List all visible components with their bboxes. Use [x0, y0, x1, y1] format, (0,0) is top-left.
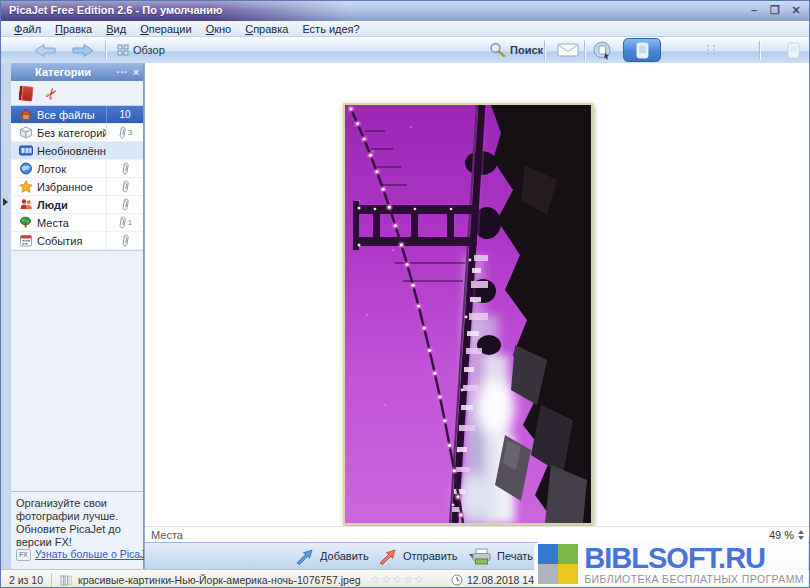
thumbnail-list-button[interactable]	[701, 39, 722, 61]
panel-more-button[interactable]: ···	[115, 66, 129, 78]
rating-stars[interactable]: ☆☆☆☆☆	[371, 573, 425, 586]
window-title: PicaJet Free Edition 2.6 - По умолчанию	[9, 4, 222, 16]
app-window: PicaJet Free Edition 2.6 - По умолчанию …	[0, 0, 810, 588]
menu-feedback[interactable]: Есть идея?	[295, 23, 366, 35]
fx-badge-icon: FX	[16, 549, 31, 561]
print-button[interactable]: Печать	[471, 546, 533, 566]
panel-icon	[787, 42, 800, 59]
category-label: Лоток	[37, 163, 106, 175]
email-button[interactable]	[553, 39, 583, 61]
sidebar-item-favorites[interactable]: Избранное	[11, 178, 143, 196]
cube-icon	[19, 126, 33, 139]
category-count: 10	[119, 109, 130, 120]
back-button[interactable]	[29, 39, 61, 61]
left-edge-strip	[1, 63, 11, 569]
photo-caption: Места	[151, 529, 183, 541]
zoom-spinner[interactable]	[798, 530, 804, 540]
menu-view[interactable]: Вид	[99, 23, 133, 35]
paperclip-icon	[117, 215, 128, 229]
category-label: Необновлённые ...	[37, 145, 106, 157]
forward-button[interactable]	[67, 39, 99, 61]
new-category-icon[interactable]	[18, 85, 33, 101]
back-arrow-icon	[33, 43, 57, 58]
slideshow-icon	[593, 41, 612, 60]
watermark-site: BIBLSOFT.RU	[584, 544, 804, 573]
browse-label: Обзор	[133, 44, 165, 56]
slideshow-button[interactable]	[589, 39, 616, 61]
title-bar: PicaJet Free Edition 2.6 - По умолчанию …	[1, 1, 809, 21]
printer-icon	[471, 548, 492, 565]
category-label: Без категорий	[37, 127, 106, 139]
clip-count: 1	[128, 218, 132, 227]
category-list: Все файлы 10 Без категорий 3	[11, 105, 143, 251]
viewer-canvas	[145, 63, 810, 526]
category-label: События	[37, 235, 106, 247]
menu-bar: Файл Правка Вид Операции Окно Справка Ес…	[1, 21, 809, 37]
search-icon	[489, 42, 506, 58]
sidebar-item-tray[interactable]: Лоток	[11, 160, 143, 178]
send-arrow-icon	[378, 548, 398, 565]
people-icon	[19, 198, 33, 211]
sidebar-item-events[interactable]: События	[11, 232, 143, 250]
maximize-button[interactable]: ❒	[768, 3, 782, 17]
menu-window[interactable]: Окно	[199, 23, 239, 35]
browse-button[interactable]: Обзор	[113, 39, 169, 61]
add-arrow-icon	[295, 548, 315, 565]
photo-bridge-night[interactable]	[343, 103, 593, 525]
categories-toolbar: ✂	[11, 81, 143, 105]
sidebar-item-not-updated[interactable]: Необновлённые ...	[11, 142, 143, 160]
sidebar-item-uncategorized[interactable]: Без категорий 3	[11, 124, 143, 142]
grid-icon	[117, 44, 129, 56]
menu-operations[interactable]: Операции	[133, 23, 198, 35]
globe-icon	[19, 162, 33, 175]
sidebar-item-all-files[interactable]: Все файлы 10	[11, 106, 143, 124]
caption-bar: Места 49 %	[145, 526, 810, 542]
paperclip-icon	[117, 125, 128, 139]
sidebar-item-people[interactable]: Люди	[11, 196, 143, 214]
menu-file[interactable]: Файл	[7, 23, 48, 35]
house-icon	[19, 108, 33, 121]
clip-count: 3	[128, 128, 132, 137]
add-button[interactable]: Добавить	[295, 546, 369, 566]
expand-arrow-icon[interactable]	[3, 198, 8, 206]
screen-icon	[636, 42, 649, 59]
star-icon	[19, 180, 33, 193]
close-button[interactable]: ✕	[789, 3, 803, 17]
send-label: Отправить	[403, 550, 458, 562]
paperclip-icon	[119, 179, 130, 193]
zoom-level: 49 %	[769, 529, 794, 541]
menu-edit[interactable]: Правка	[48, 23, 99, 35]
panel-toggle-button[interactable]	[783, 39, 804, 61]
paperclip-icon	[119, 161, 130, 175]
send-button[interactable]: Отправить	[378, 546, 477, 566]
categories-header: Категории ··· ×	[11, 63, 143, 81]
forward-arrow-icon	[71, 43, 95, 58]
scissors-icon[interactable]: ✂	[42, 84, 62, 103]
upgrade-promo: Организуйте свои фотографии лучше. Обнов…	[11, 491, 143, 569]
menu-help[interactable]: Справка	[238, 23, 295, 35]
position-indicator: 2 из 10	[9, 574, 43, 586]
search-button[interactable]: Поиск	[485, 39, 547, 61]
main-toolbar: Обзор Поиск	[1, 38, 809, 64]
paperclip-icon	[119, 233, 130, 247]
categories-panel: Категории ··· × ✂ Все файлы 10	[11, 63, 144, 569]
search-label: Поиск	[510, 44, 543, 56]
view-mode-button[interactable]	[623, 38, 661, 62]
sidebar-item-places[interactable]: Места 1	[11, 214, 143, 232]
viewer-area: Места 49 % Добавить Отправить	[144, 63, 810, 569]
thumbnails-icon	[19, 144, 33, 157]
add-label: Добавить	[320, 550, 369, 562]
panel-close-button[interactable]: ×	[129, 66, 143, 78]
category-label: Места	[37, 217, 106, 229]
paperclip-icon	[119, 197, 130, 211]
print-label: Печать	[497, 550, 533, 562]
category-label: Все файлы	[37, 109, 106, 121]
biblsoft-watermark: BIBLSOFT.RU БИБЛИОТЕКА БЕСПЛАТНЫХ ПРОГРА…	[534, 541, 808, 587]
categories-title: Категории	[11, 66, 115, 78]
minimize-button[interactable]: –	[747, 3, 761, 17]
category-label: Люди	[37, 199, 106, 211]
dotted-list-icon	[705, 43, 718, 57]
promo-text: Организуйте свои фотографии лучше. Обнов…	[16, 497, 139, 549]
download-logo-icon	[538, 544, 578, 584]
calendar-icon	[19, 234, 33, 247]
